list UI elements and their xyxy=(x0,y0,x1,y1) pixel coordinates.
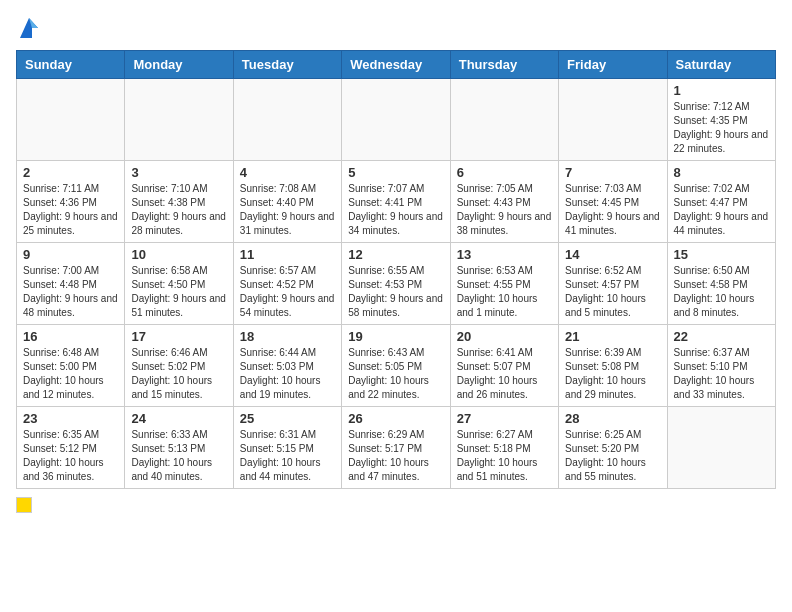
calendar-table: SundayMondayTuesdayWednesdayThursdayFrid… xyxy=(16,50,776,489)
day-info: Sunrise: 7:08 AM Sunset: 4:40 PM Dayligh… xyxy=(240,182,335,238)
day-number: 10 xyxy=(131,247,226,262)
calendar-cell xyxy=(125,79,233,161)
calendar-day-header: Sunday xyxy=(17,51,125,79)
day-number: 9 xyxy=(23,247,118,262)
day-number: 11 xyxy=(240,247,335,262)
day-number: 19 xyxy=(348,329,443,344)
day-info: Sunrise: 6:27 AM Sunset: 5:18 PM Dayligh… xyxy=(457,428,552,484)
calendar-cell: 19Sunrise: 6:43 AM Sunset: 5:05 PM Dayli… xyxy=(342,325,450,407)
day-info: Sunrise: 6:57 AM Sunset: 4:52 PM Dayligh… xyxy=(240,264,335,320)
day-number: 1 xyxy=(674,83,769,98)
calendar-cell: 22Sunrise: 6:37 AM Sunset: 5:10 PM Dayli… xyxy=(667,325,775,407)
day-info: Sunrise: 6:33 AM Sunset: 5:13 PM Dayligh… xyxy=(131,428,226,484)
day-info: Sunrise: 6:46 AM Sunset: 5:02 PM Dayligh… xyxy=(131,346,226,402)
day-info: Sunrise: 6:37 AM Sunset: 5:10 PM Dayligh… xyxy=(674,346,769,402)
day-number: 4 xyxy=(240,165,335,180)
logo-icon xyxy=(18,14,40,40)
day-info: Sunrise: 6:52 AM Sunset: 4:57 PM Dayligh… xyxy=(565,264,660,320)
day-number: 8 xyxy=(674,165,769,180)
calendar-day-header: Tuesday xyxy=(233,51,341,79)
calendar-cell: 7Sunrise: 7:03 AM Sunset: 4:45 PM Daylig… xyxy=(559,161,667,243)
day-info: Sunrise: 6:43 AM Sunset: 5:05 PM Dayligh… xyxy=(348,346,443,402)
calendar-cell: 11Sunrise: 6:57 AM Sunset: 4:52 PM Dayli… xyxy=(233,243,341,325)
calendar-cell xyxy=(667,407,775,489)
day-info: Sunrise: 6:29 AM Sunset: 5:17 PM Dayligh… xyxy=(348,428,443,484)
day-number: 16 xyxy=(23,329,118,344)
day-number: 21 xyxy=(565,329,660,344)
day-info: Sunrise: 6:31 AM Sunset: 5:15 PM Dayligh… xyxy=(240,428,335,484)
calendar-cell: 16Sunrise: 6:48 AM Sunset: 5:00 PM Dayli… xyxy=(17,325,125,407)
day-number: 2 xyxy=(23,165,118,180)
calendar-cell: 5Sunrise: 7:07 AM Sunset: 4:41 PM Daylig… xyxy=(342,161,450,243)
calendar-cell: 8Sunrise: 7:02 AM Sunset: 4:47 PM Daylig… xyxy=(667,161,775,243)
day-number: 20 xyxy=(457,329,552,344)
calendar-day-header: Wednesday xyxy=(342,51,450,79)
day-number: 24 xyxy=(131,411,226,426)
calendar-day-header: Thursday xyxy=(450,51,558,79)
day-info: Sunrise: 6:53 AM Sunset: 4:55 PM Dayligh… xyxy=(457,264,552,320)
calendar-cell: 21Sunrise: 6:39 AM Sunset: 5:08 PM Dayli… xyxy=(559,325,667,407)
day-number: 15 xyxy=(674,247,769,262)
header xyxy=(16,16,776,40)
calendar-day-header: Saturday xyxy=(667,51,775,79)
calendar-cell xyxy=(450,79,558,161)
calendar-cell: 10Sunrise: 6:58 AM Sunset: 4:50 PM Dayli… xyxy=(125,243,233,325)
day-number: 6 xyxy=(457,165,552,180)
day-number: 14 xyxy=(565,247,660,262)
calendar-cell: 6Sunrise: 7:05 AM Sunset: 4:43 PM Daylig… xyxy=(450,161,558,243)
day-number: 23 xyxy=(23,411,118,426)
calendar-cell xyxy=(559,79,667,161)
day-info: Sunrise: 7:12 AM Sunset: 4:35 PM Dayligh… xyxy=(674,100,769,156)
calendar-cell xyxy=(233,79,341,161)
day-info: Sunrise: 7:11 AM Sunset: 4:36 PM Dayligh… xyxy=(23,182,118,238)
day-number: 7 xyxy=(565,165,660,180)
calendar-cell: 1Sunrise: 7:12 AM Sunset: 4:35 PM Daylig… xyxy=(667,79,775,161)
day-number: 25 xyxy=(240,411,335,426)
calendar-day-header: Friday xyxy=(559,51,667,79)
calendar-cell: 18Sunrise: 6:44 AM Sunset: 5:03 PM Dayli… xyxy=(233,325,341,407)
calendar-cell: 3Sunrise: 7:10 AM Sunset: 4:38 PM Daylig… xyxy=(125,161,233,243)
calendar-cell: 15Sunrise: 6:50 AM Sunset: 4:58 PM Dayli… xyxy=(667,243,775,325)
calendar-cell: 13Sunrise: 6:53 AM Sunset: 4:55 PM Dayli… xyxy=(450,243,558,325)
day-info: Sunrise: 7:00 AM Sunset: 4:48 PM Dayligh… xyxy=(23,264,118,320)
day-number: 27 xyxy=(457,411,552,426)
day-number: 17 xyxy=(131,329,226,344)
day-info: Sunrise: 6:48 AM Sunset: 5:00 PM Dayligh… xyxy=(23,346,118,402)
day-number: 13 xyxy=(457,247,552,262)
day-info: Sunrise: 7:05 AM Sunset: 4:43 PM Dayligh… xyxy=(457,182,552,238)
calendar-cell: 26Sunrise: 6:29 AM Sunset: 5:17 PM Dayli… xyxy=(342,407,450,489)
daylight-color-box xyxy=(16,497,32,513)
day-number: 22 xyxy=(674,329,769,344)
day-info: Sunrise: 7:07 AM Sunset: 4:41 PM Dayligh… xyxy=(348,182,443,238)
day-number: 28 xyxy=(565,411,660,426)
day-number: 3 xyxy=(131,165,226,180)
calendar-cell: 2Sunrise: 7:11 AM Sunset: 4:36 PM Daylig… xyxy=(17,161,125,243)
day-info: Sunrise: 6:44 AM Sunset: 5:03 PM Dayligh… xyxy=(240,346,335,402)
day-info: Sunrise: 7:03 AM Sunset: 4:45 PM Dayligh… xyxy=(565,182,660,238)
footer xyxy=(16,497,776,513)
calendar-cell: 20Sunrise: 6:41 AM Sunset: 5:07 PM Dayli… xyxy=(450,325,558,407)
day-info: Sunrise: 7:10 AM Sunset: 4:38 PM Dayligh… xyxy=(131,182,226,238)
day-number: 5 xyxy=(348,165,443,180)
calendar-cell: 28Sunrise: 6:25 AM Sunset: 5:20 PM Dayli… xyxy=(559,407,667,489)
calendar-cell: 14Sunrise: 6:52 AM Sunset: 4:57 PM Dayli… xyxy=(559,243,667,325)
day-info: Sunrise: 6:39 AM Sunset: 5:08 PM Dayligh… xyxy=(565,346,660,402)
day-number: 12 xyxy=(348,247,443,262)
day-info: Sunrise: 7:02 AM Sunset: 4:47 PM Dayligh… xyxy=(674,182,769,238)
calendar-cell xyxy=(17,79,125,161)
day-info: Sunrise: 6:41 AM Sunset: 5:07 PM Dayligh… xyxy=(457,346,552,402)
calendar-cell: 12Sunrise: 6:55 AM Sunset: 4:53 PM Dayli… xyxy=(342,243,450,325)
day-info: Sunrise: 6:55 AM Sunset: 4:53 PM Dayligh… xyxy=(348,264,443,320)
calendar-cell xyxy=(342,79,450,161)
day-info: Sunrise: 6:58 AM Sunset: 4:50 PM Dayligh… xyxy=(131,264,226,320)
day-number: 18 xyxy=(240,329,335,344)
calendar-cell: 24Sunrise: 6:33 AM Sunset: 5:13 PM Dayli… xyxy=(125,407,233,489)
calendar-cell: 25Sunrise: 6:31 AM Sunset: 5:15 PM Dayli… xyxy=(233,407,341,489)
calendar-cell: 23Sunrise: 6:35 AM Sunset: 5:12 PM Dayli… xyxy=(17,407,125,489)
day-info: Sunrise: 6:25 AM Sunset: 5:20 PM Dayligh… xyxy=(565,428,660,484)
calendar-cell: 17Sunrise: 6:46 AM Sunset: 5:02 PM Dayli… xyxy=(125,325,233,407)
calendar-cell: 4Sunrise: 7:08 AM Sunset: 4:40 PM Daylig… xyxy=(233,161,341,243)
calendar-cell: 27Sunrise: 6:27 AM Sunset: 5:18 PM Dayli… xyxy=(450,407,558,489)
day-info: Sunrise: 6:35 AM Sunset: 5:12 PM Dayligh… xyxy=(23,428,118,484)
day-number: 26 xyxy=(348,411,443,426)
